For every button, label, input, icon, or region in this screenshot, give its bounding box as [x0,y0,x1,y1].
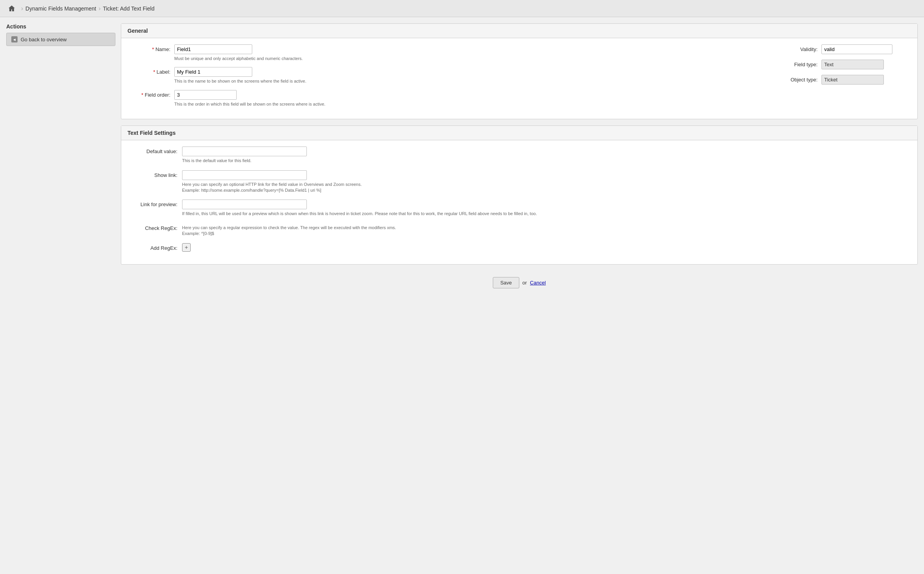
link-preview-label: Link for preview: [127,200,182,207]
link-preview-hint: If filled in, this URL will be used for … [182,211,911,217]
label-input[interactable] [174,67,252,77]
show-link-input[interactable] [182,170,307,180]
add-regex-label: Add RegEx: [127,243,182,251]
check-regex-label: Check RegEx: [127,223,182,231]
general-section-title: General [121,24,917,38]
add-regex-group: Add RegEx: ＋ [127,243,911,252]
show-link-label: Show link: [127,170,182,178]
breadcrumb-separator-2: › [99,5,101,12]
add-regex-button[interactable]: ＋ [182,243,191,252]
save-button[interactable]: Save [493,277,519,288]
name-field-content: Must be unique and only accept alphabeti… [174,44,777,62]
add-regex-content: ＋ [182,243,911,252]
default-value-hint: This is the default value for this field… [182,158,911,164]
general-section: General Name: Must be unique and only ac… [121,23,918,119]
field-order-hint: This is the order in which this field wi… [174,101,777,107]
check-regex-hint: Here you can specify a regular expressio… [182,225,911,237]
show-link-hint: Here you can specify an optional HTTP li… [182,182,911,194]
object-type-label: Object type: [786,77,821,83]
sidebar: Actions ◄ Go back to overview [6,23,115,46]
home-icon[interactable] [5,2,19,16]
name-label: Name: [127,44,174,52]
link-preview-content: If filled in, this URL will be used for … [182,200,911,217]
text-field-settings-section: Text Field Settings Default value: This … [121,125,918,264]
cancel-button[interactable]: Cancel [530,280,545,286]
breadcrumb-separator-1: › [21,5,23,12]
name-input[interactable] [174,44,252,54]
validity-label: Validity: [786,46,821,52]
footer-buttons: Save or Cancel [121,271,918,295]
field-type-label: Field type: [786,62,821,67]
breadcrumb-dynamic-fields[interactable]: Dynamic Fields Management [25,5,96,12]
label-field-group: Label: This is the name to be shown on t… [127,67,777,84]
link-preview-group: Link for preview: If filled in, this URL… [127,200,911,217]
field-order-content: This is the order in which this field wi… [174,90,777,107]
back-arrow-icon: ◄ [11,36,18,42]
show-link-group: Show link: Here you can specify an optio… [127,170,911,194]
default-value-content: This is the default value for this field… [182,147,911,164]
check-regex-group: Check RegEx: Here you can specify a regu… [127,223,911,237]
check-regex-content: Here you can specify a regular expressio… [182,223,911,237]
validity-input[interactable] [821,44,892,54]
go-back-label: Go back to overview [21,37,67,42]
object-type-value: Ticket [821,75,884,85]
validity-group: Validity: [786,44,911,54]
field-order-input[interactable] [174,90,237,100]
field-type-value: Text [821,60,884,69]
content-area: General Name: Must be unique and only ac… [121,23,918,295]
field-type-group: Field type: Text [786,60,911,69]
breadcrumb: › Dynamic Fields Management › Ticket: Ad… [0,0,924,17]
default-value-label: Default value: [127,147,182,154]
label-hint: This is the name to be shown on the scre… [174,78,777,84]
link-preview-input[interactable] [182,200,307,209]
sidebar-title: Actions [6,23,115,30]
footer-or: or [522,280,527,286]
go-back-button[interactable]: ◄ Go back to overview [6,33,115,46]
field-order-group: Field order: This is the order in which … [127,90,777,107]
default-value-input[interactable] [182,147,307,156]
field-order-label: Field order: [127,90,174,98]
name-field-group: Name: Must be unique and only accept alp… [127,44,777,62]
settings-section-title: Text Field Settings [121,126,917,140]
label-field-content: This is the name to be shown on the scre… [174,67,777,84]
breadcrumb-add-text-field: Ticket: Add Text Field [103,5,154,12]
label-label: Label: [127,67,174,75]
name-hint: Must be unique and only accept alphabeti… [174,56,777,62]
default-value-group: Default value: This is the default value… [127,147,911,164]
object-type-group: Object type: Ticket [786,75,911,85]
show-link-content: Here you can specify an optional HTTP li… [182,170,911,194]
